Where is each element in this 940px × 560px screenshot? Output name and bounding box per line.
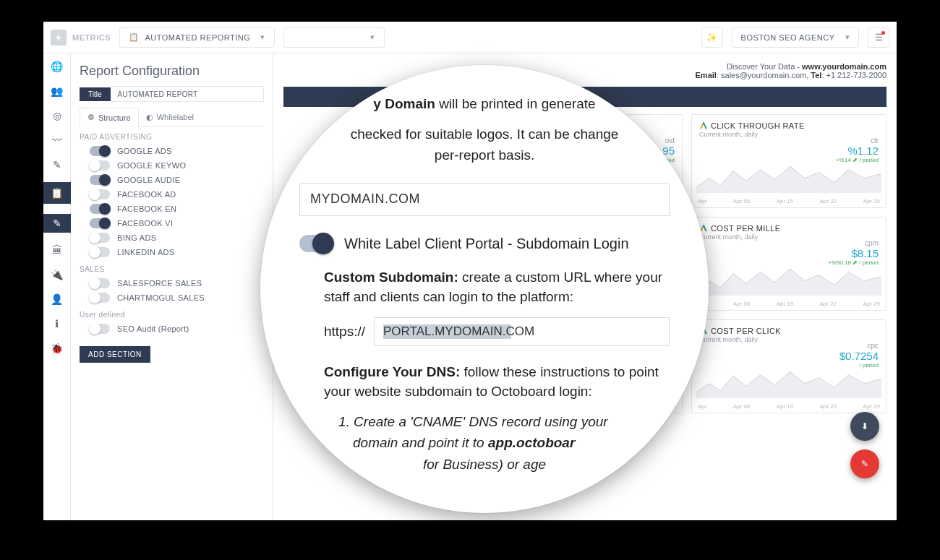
chevron-down-icon: ▾ <box>370 33 375 42</box>
edit-icon[interactable]: ✎ <box>50 158 64 172</box>
card-title: COST PER MILLE <box>711 224 780 233</box>
toggle-row: LINKEDIN ADS <box>80 245 264 259</box>
chevron-down-icon: ▾ <box>845 33 850 42</box>
info-icon[interactable]: ℹ <box>50 316 64 331</box>
metric-label: cpm <box>828 239 879 247</box>
account-icon[interactable]: 👤 <box>50 292 64 306</box>
config-title-row: Title AUTOMATED REPORT <box>80 86 264 102</box>
toggle[interactable] <box>90 293 110 303</box>
toggle-label: BING ADS <box>117 233 156 242</box>
metric-card: COST PER MILLECurrent month, dailycpm$8.… <box>691 217 886 311</box>
automated-label: AUTOMATED REPORTING <box>145 33 251 42</box>
toggle-row: GOOGLE KEYWO <box>80 158 264 173</box>
subdomain-input[interactable] <box>374 317 670 346</box>
download-icon: ⬇ <box>861 421 868 431</box>
metric-label: ctr <box>836 137 879 145</box>
add-section-button[interactable]: ADD SECTION <box>80 346 150 363</box>
toggle-label: FACEBOOK AD <box>117 190 176 199</box>
report-config-pane: Report Configuration Title AUTOMATED REP… <box>71 53 273 520</box>
toggle-row: GOOGLE AUDIE <box>80 173 264 187</box>
toggle[interactable] <box>90 204 110 214</box>
bank-icon[interactable]: 🏛 <box>50 243 64 257</box>
clipboard-active-icon[interactable]: 📋 <box>43 182 71 204</box>
pencil-icon: ✎ <box>861 459 868 469</box>
whitelabel-icon: ◐ <box>146 113 153 122</box>
metric-card: COST PER CLICKCurrent month, dailycpc$0.… <box>691 319 886 413</box>
agency-select[interactable]: BOSTON SEO AGENCY ▾ <box>732 27 859 48</box>
toggle-label: LINKEDIN ADS <box>117 248 174 257</box>
group-user-label: User defined <box>80 311 264 319</box>
metric-value: $0.7254 <box>839 350 879 362</box>
add-metrics-button[interactable]: + METRICS <box>51 30 111 46</box>
toggle-label: GOOGLE ADS <box>117 147 172 155</box>
agency-label: BOSTON SEO AGENCY <box>741 33 835 42</box>
sparkle-icon: ✨ <box>706 33 717 43</box>
people-icon[interactable]: 👥 <box>50 84 64 98</box>
https-label: https:// <box>324 322 365 342</box>
app-stage: + METRICS 📋 AUTOMATED REPORTING ▾ ▾ ✨ BO… <box>43 22 897 520</box>
domain-input[interactable] <box>299 183 670 216</box>
whitelabel-toggle[interactable] <box>299 235 333 252</box>
toggle[interactable] <box>90 160 110 171</box>
metric-label: ost <box>655 137 675 145</box>
toggle-row: FACEBOOK EN <box>80 202 264 216</box>
toggle-row: BING ADS <box>80 231 264 245</box>
clipboard-icon: 📋 <box>129 33 140 42</box>
toggle[interactable] <box>90 146 110 156</box>
report-header-line2: Email: sales@yourdomain.com, Tel: +1 212… <box>283 71 886 79</box>
left-rail: 🌐 👥 ◎ 〰 ✎ 📋 ✎ 🏛 🔌 👤 ℹ 🐞 <box>43 53 71 520</box>
metric-label: cpc <box>839 342 879 350</box>
metric-value: $8.15 <box>828 247 879 259</box>
group-paid-label: PAID ADVERTISING <box>80 133 264 141</box>
magnifier-lens: y Domain will be printed in generate che… <box>260 65 709 513</box>
toggle-row: FACEBOOK AD <box>80 187 264 202</box>
config-heading: Report Configuration <box>80 64 264 79</box>
tab-whitelabel[interactable]: ◐Whitelabel <box>139 108 201 126</box>
metric-card: CLICK THROUGH RATECurrent month, dailyct… <box>691 114 886 208</box>
card-title: COST PER CLICK <box>711 327 781 335</box>
config-tabs: ⚙Structure ◐Whitelabel <box>80 108 264 127</box>
sparkle-button[interactable]: ✨ <box>701 27 723 48</box>
edit-fab[interactable]: ✎ <box>850 449 879 478</box>
pencil-active-icon[interactable]: ✎ <box>43 214 71 233</box>
toggle[interactable] <box>90 247 110 257</box>
toggle-row: SEO Audit (Report) <box>80 322 264 336</box>
menu-button[interactable]: ☰ <box>868 27 889 48</box>
chevron-down-icon: ▾ <box>260 33 265 42</box>
card-xaxis: AprApr 08Apr 15Apr 22Apr 29 <box>698 403 880 410</box>
title-tag: Title <box>80 87 111 101</box>
toggle-label: GOOGLE AUDIE <box>117 176 180 184</box>
download-fab[interactable]: ⬇ <box>850 412 879 441</box>
plus-icon: + <box>51 30 67 46</box>
globe-icon[interactable]: 🌐 <box>50 59 64 74</box>
toggle-label: SEO Audit (Report) <box>117 324 189 333</box>
automated-reporting-select[interactable]: 📋 AUTOMATED REPORTING ▾ <box>119 27 275 48</box>
toggle[interactable] <box>90 324 110 334</box>
whitelabel-title: White Label Client Portal - Subdomain Lo… <box>344 233 629 254</box>
plug-icon[interactable]: 🔌 <box>50 267 64 282</box>
hamburger-icon: ☰ <box>875 33 883 43</box>
toggle-row: CHARTMOGUL SALES <box>80 290 264 305</box>
topbar: + METRICS 📋 AUTOMATED REPORTING ▾ ▾ ✨ BO… <box>43 22 897 53</box>
trend-icon[interactable]: 〰 <box>50 133 64 147</box>
toggle-label: FACEBOOK EN <box>117 204 176 213</box>
target-icon[interactable]: ◎ <box>50 108 64 123</box>
metrics-label: METRICS <box>72 33 111 42</box>
toggle-label: FACEBOOK VI <box>117 219 173 228</box>
toggle[interactable] <box>90 189 110 199</box>
group-sales-label: SALES <box>80 265 264 273</box>
title-input[interactable]: AUTOMATED REPORT <box>111 86 264 102</box>
toggle-row: GOOGLE ADS <box>80 144 264 158</box>
toggle-row: FACEBOOK VI <box>80 216 264 231</box>
tab-structure[interactable]: ⚙Structure <box>80 108 139 127</box>
toggle[interactable] <box>90 218 110 228</box>
toggle[interactable] <box>90 278 110 288</box>
card-xaxis: AprApr 08Apr 15Apr 22Apr 29 <box>698 301 880 307</box>
report-header-line1: Discover Your Data - www.yourdomain.com <box>283 62 886 71</box>
structure-icon: ⚙ <box>87 113 95 122</box>
bug-icon[interactable]: 🐞 <box>50 341 64 356</box>
secondary-select[interactable]: ▾ <box>283 27 385 48</box>
toggle[interactable] <box>90 233 110 243</box>
toggle-label: GOOGLE KEYWO <box>117 161 186 170</box>
toggle[interactable] <box>90 175 110 185</box>
